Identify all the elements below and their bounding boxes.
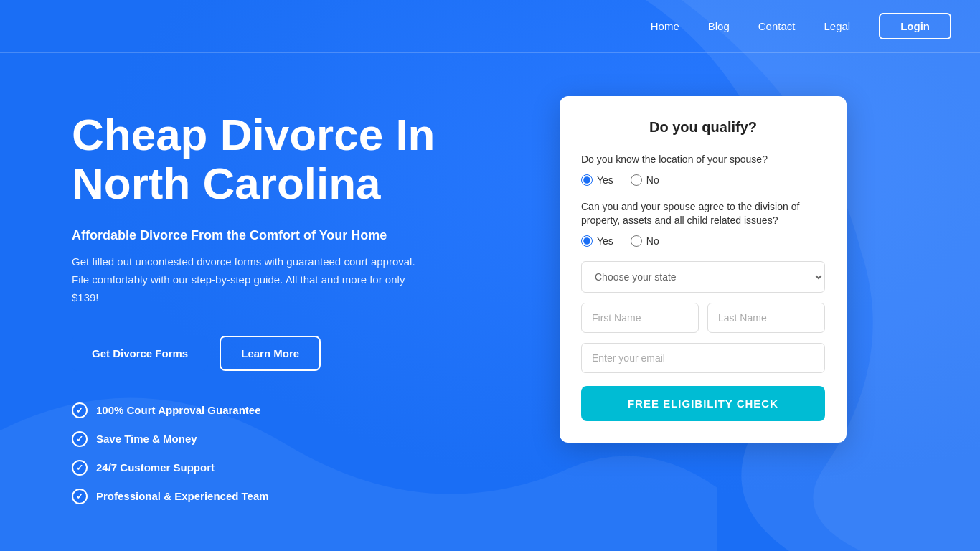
question-2-no-label[interactable]: No bbox=[631, 235, 659, 247]
question-2-yes-radio[interactable] bbox=[581, 235, 593, 247]
nav: Home Blog Contact Legal Login bbox=[651, 13, 951, 39]
question-1-yes-radio[interactable] bbox=[581, 174, 593, 186]
question-1-no-label[interactable]: No bbox=[631, 174, 659, 186]
form-title: Do you qualify? bbox=[581, 119, 825, 136]
check-icon-2 bbox=[72, 431, 88, 447]
submit-button[interactable]: FREE ELIGIBILITY CHECK bbox=[581, 386, 825, 421]
question-2-yes-label[interactable]: Yes bbox=[581, 235, 613, 247]
question-2-no-radio[interactable] bbox=[631, 235, 642, 247]
nav-contact[interactable]: Contact bbox=[758, 20, 796, 32]
feature-4-label: Professional & Experienced Team bbox=[96, 490, 269, 502]
question-1-text: Do you know the location of your spouse? bbox=[581, 153, 825, 167]
question-2-no-text: No bbox=[646, 235, 659, 247]
feature-1: 100% Court Approval Guarantee bbox=[72, 402, 517, 418]
check-icon-1 bbox=[72, 402, 88, 418]
feature-3-label: 24/7 Customer Support bbox=[96, 461, 215, 474]
state-select[interactable]: Choose your state AlabamaAlaskaArizonaAr… bbox=[581, 261, 825, 293]
get-divorce-forms-button[interactable]: Get Divorce Forms bbox=[72, 336, 208, 371]
feature-2-label: Save Time & Money bbox=[96, 433, 197, 445]
nav-home[interactable]: Home bbox=[651, 20, 679, 32]
question-1-no-radio[interactable] bbox=[631, 174, 642, 186]
question-1-radio-group: Yes No bbox=[581, 174, 825, 186]
nav-legal[interactable]: Legal bbox=[824, 20, 850, 32]
hero-description: Get filled out uncontested divorce forms… bbox=[72, 253, 416, 306]
check-icon-4 bbox=[72, 489, 88, 504]
name-row bbox=[581, 303, 825, 333]
learn-more-button[interactable]: Learn More bbox=[220, 336, 321, 371]
question-1-yes-label[interactable]: Yes bbox=[581, 174, 613, 186]
hero-section: Cheap Divorce In North Carolina Affordab… bbox=[72, 96, 517, 504]
hero-subtitle: Affordable Divorce From the Comfort of Y… bbox=[72, 228, 517, 243]
question-2-text: Can you and your spouse agree to the div… bbox=[581, 200, 825, 228]
nav-blog[interactable]: Blog bbox=[708, 20, 730, 32]
header: Home Blog Contact Legal Login bbox=[0, 0, 980, 53]
main-content: Cheap Divorce In North Carolina Affordab… bbox=[0, 53, 980, 533]
hero-title: Cheap Divorce In North Carolina bbox=[72, 110, 517, 208]
last-name-input[interactable] bbox=[707, 303, 825, 333]
feature-1-label: 100% Court Approval Guarantee bbox=[96, 404, 261, 416]
cta-buttons: Get Divorce Forms Learn More bbox=[72, 336, 517, 371]
login-button[interactable]: Login bbox=[879, 13, 951, 39]
question-1-yes-text: Yes bbox=[597, 174, 613, 186]
feature-2: Save Time & Money bbox=[72, 431, 517, 447]
qualify-form-card: Do you qualify? Do you know the location… bbox=[560, 96, 847, 443]
question-1-no-text: No bbox=[646, 174, 659, 186]
question-2-radio-group: Yes No bbox=[581, 235, 825, 247]
features-list: 100% Court Approval Guarantee Save Time … bbox=[72, 402, 517, 504]
feature-3: 24/7 Customer Support bbox=[72, 460, 517, 476]
check-icon-3 bbox=[72, 460, 88, 476]
question-2-yes-text: Yes bbox=[597, 235, 613, 247]
first-name-input[interactable] bbox=[581, 303, 699, 333]
feature-4: Professional & Experienced Team bbox=[72, 489, 517, 504]
email-input[interactable] bbox=[581, 343, 825, 373]
